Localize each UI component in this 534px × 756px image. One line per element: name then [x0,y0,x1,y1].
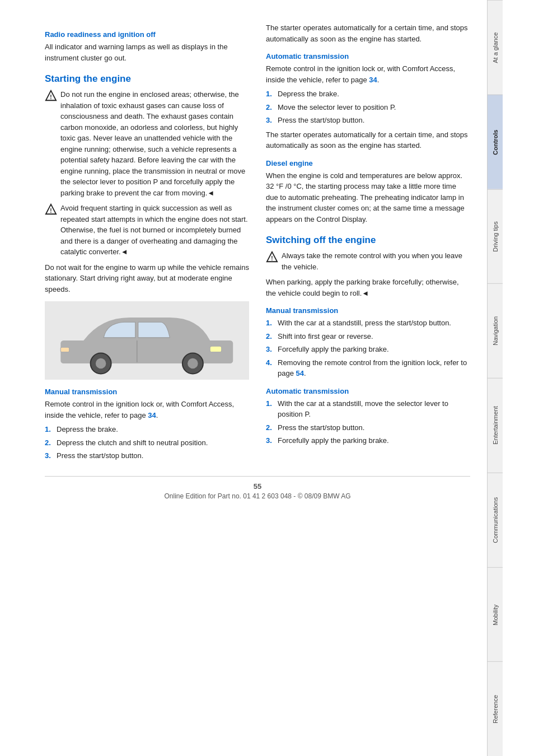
manual-trans-start-steps: 1.Depress the brake. 2.Depress the clutc… [45,424,249,461]
step-item: 3.Press the start/stop button. [266,115,470,126]
switching-off-text: When parking, apply the parking brake fo… [266,277,470,298]
manual-trans-start-section: Manual transmission Remote control in th… [45,388,249,461]
switching-off-warning-text: Always take the remote control with you … [282,250,470,272]
manual-trans-start-heading: Manual transmission [45,388,249,396]
page-number: 55 [45,482,470,491]
manual-off-section: Manual transmission 1.With the car at a … [266,306,470,379]
step-item: 3.Forcefully apply the parking brake. [266,435,470,446]
switching-off-warning-block: ! Always take the remote control with yo… [266,250,470,272]
warning-block-2: ! Avoid frequent starting in quick succe… [45,203,249,258]
starting-engine-heading: Starting the engine [45,73,249,85]
svg-text:!: ! [50,208,51,214]
radio-readiness-heading: Radio readiness and ignition off [45,30,249,39]
diesel-engine-section: Diesel engine When the engine is cold an… [266,159,470,225]
warmup-text: Do not wait for the engine to warm up wh… [45,262,249,295]
auto-trans-start-steps: 1.Depress the brake. 2.Move the selector… [266,88,470,126]
diesel-engine-heading: Diesel engine [266,159,470,167]
sidebar-tab-controls[interactable]: Controls [488,95,503,189]
warning-icon-2: ! [45,203,57,216]
page-footer: 55 Online Edition for Part no. 01 41 2 6… [45,476,470,500]
warning-text-2: Avoid frequent starting in quick success… [60,203,249,258]
auto-off-section: Automatic transmission 1.With the car at… [266,387,470,446]
step-item: 2.Shift into first gear or reverse. [266,331,470,342]
switching-off-section: Switching off the engine ! Always take t… [266,235,470,298]
warning1-back-arrow: ◄ [207,189,214,197]
svg-rect-10 [61,347,69,352]
sidebar-tabs: At a glance Controls Driving tips Naviga… [487,0,503,756]
starter-auto-text-2: The starter operates automatically for a… [266,129,470,151]
manual-off-steps: 1.With the car at a standstill, press th… [266,318,470,379]
auto-off-steps: 1.With the car at a standstill, move the… [266,398,470,446]
copyright-text: Online Edition for Part no. 01 41 2 603 … [45,492,470,500]
sidebar-tab-navigation[interactable]: Navigation [488,283,503,378]
auto-trans-start-heading: Automatic transmission [266,52,470,60]
step-item: 2.Depress the clutch and shift to neutra… [45,437,249,449]
svg-text:!: ! [271,255,273,262]
auto-off-heading: Automatic transmission [266,387,470,395]
sidebar-tab-communications[interactable]: Communications [488,473,503,567]
step-item: 2.Press the start/stop button. [266,422,470,433]
switching-off-back-arrow: ◄ [362,289,369,297]
step-item: 1.With the car at a standstill, press th… [266,318,470,329]
auto-trans-start-section: Automatic transmission Remote control in… [266,52,470,151]
step-item: 1.With the car at a standstill, move the… [266,398,470,420]
svg-rect-9 [210,346,222,352]
sidebar-tab-driving-tips[interactable]: Driving tips [488,189,503,284]
svg-text:!: ! [50,94,51,100]
manual-trans-ref[interactable]: 34 [148,411,156,419]
warning-icon-3: ! [266,251,278,263]
radio-readiness-section: Radio readiness and ignition off All ind… [45,30,249,63]
step-item: 4. Removing the remote control from the … [266,357,470,379]
radio-readiness-text: All indicator and warning lamps as well … [45,41,249,63]
warning2-back-arrow: ◄ [121,248,128,256]
right-column: The starter operates automatically for a… [266,22,470,465]
left-column: Radio readiness and ignition off All ind… [45,22,249,465]
sidebar-tab-at-a-glance[interactable]: At a glance [488,0,503,95]
svg-point-6 [96,358,106,368]
auto-trans-start-ref[interactable]: 34 [369,76,377,84]
warning-icon-1: ! [45,90,57,102]
step-item: 2.Move the selector lever to position P. [266,102,470,113]
sidebar-tab-entertainment[interactable]: Entertainment [488,378,503,473]
starting-engine-section: Starting the engine ! Do not run the eng… [45,73,249,295]
starter-auto-text: The starter operates automatically for a… [266,22,470,44]
step-item: 3.Press the start/stop button. [45,450,249,461]
svg-point-8 [188,358,198,368]
warning-text-1: Do not run the engine in enclosed areas;… [60,89,249,198]
manual-off-heading: Manual transmission [266,306,470,315]
step-item: 3.Forcefully apply the parking brake. [266,344,470,355]
auto-trans-start-intro: Remote control in the ignition lock or, … [266,63,470,85]
car-image [45,301,249,380]
switching-off-heading: Switching off the engine [266,235,470,246]
main-content: Radio readiness and ignition off All ind… [0,0,487,756]
svg-rect-4 [61,340,233,363]
sidebar-tab-mobility[interactable]: Mobility [488,567,503,662]
diesel-text: When the engine is cold and temperatures… [266,170,470,225]
step-item: 1.Depress the brake. [45,424,249,435]
manual-off-ref[interactable]: 54 [296,369,304,377]
sidebar-tab-reference[interactable]: Reference [488,661,503,756]
step-item: 1.Depress the brake. [266,88,470,100]
manual-trans-start-intro: Remote control in the ignition lock or, … [45,399,249,421]
warning-block-1: ! Do not run the engine in enclosed area… [45,89,249,198]
